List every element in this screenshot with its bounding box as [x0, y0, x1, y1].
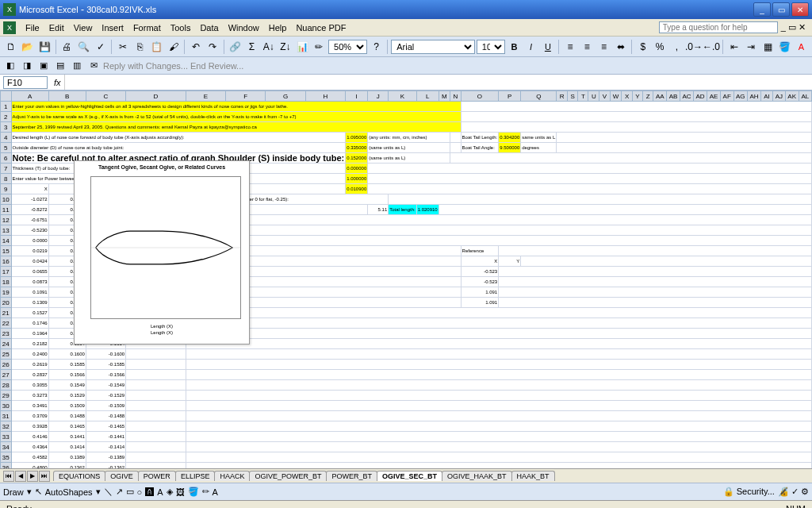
cut-icon[interactable]: ✂ — [115, 39, 130, 55]
font-name-select[interactable]: Arial — [391, 40, 475, 54]
print-icon[interactable]: 🖨 — [59, 39, 75, 55]
hyperlink-icon[interactable]: 🔗 — [228, 39, 243, 55]
worksheet-grid[interactable]: ABCDEFGHIJKLMNOPQRSTUVWXYZAAABACADAEAFAG… — [0, 90, 812, 468]
align-right-icon[interactable]: ≡ — [596, 39, 611, 55]
menu-data[interactable]: Data — [195, 21, 223, 34]
tab-ellipse[interactable]: ELLIPSE — [175, 471, 216, 481]
save-icon[interactable]: 💾 — [36, 39, 52, 55]
close-button[interactable]: ✕ — [791, 2, 809, 17]
currency-icon[interactable]: $ — [635, 39, 650, 55]
autosum-icon[interactable]: Σ — [244, 39, 259, 55]
reply-changes-button[interactable]: Reply with Changes... — [103, 61, 188, 71]
indent-dec-icon[interactable]: ⇤ — [726, 39, 741, 55]
tab-last-icon[interactable]: ⏭ — [39, 471, 50, 482]
open-icon[interactable]: 📂 — [20, 39, 35, 55]
fx-icon[interactable]: fx — [51, 78, 64, 87]
bold-icon[interactable]: B — [507, 39, 522, 55]
align-left-icon[interactable]: ≡ — [562, 39, 577, 55]
comma-icon[interactable]: , — [669, 39, 684, 55]
align-center-icon[interactable]: ≡ — [580, 39, 595, 55]
tab-power[interactable]: POWER — [138, 471, 176, 481]
italic-icon[interactable]: I — [523, 39, 538, 55]
indent-inc-icon[interactable]: ⇥ — [743, 39, 758, 55]
menu-format[interactable]: Format — [128, 21, 166, 34]
tab-next-icon[interactable]: ▶ — [27, 471, 38, 482]
wordart-icon[interactable]: A — [157, 487, 163, 497]
line-icon[interactable]: ＼ — [104, 486, 113, 498]
undo-icon[interactable]: ↶ — [188, 39, 203, 55]
menu-file[interactable]: File — [21, 21, 44, 34]
rev-icon-4[interactable]: ▤ — [53, 59, 67, 73]
menu-nuance[interactable]: Nuance PDF — [291, 21, 350, 34]
merge-icon[interactable]: ⬌ — [613, 39, 628, 55]
drawing-icon[interactable]: ✏ — [312, 39, 327, 55]
clipart-icon[interactable]: 🖼 — [176, 487, 185, 497]
oval-icon[interactable]: ○ — [137, 487, 143, 497]
help-icon[interactable]: ? — [369, 39, 384, 55]
help-search-input[interactable] — [659, 21, 778, 33]
rev-icon-6[interactable]: ✉ — [86, 59, 101, 73]
tab-haack[interactable]: HAACK — [214, 471, 250, 481]
menu-insert[interactable]: Insert — [97, 21, 128, 34]
menu-tools[interactable]: Tools — [166, 21, 196, 34]
arrow-icon[interactable]: ↗ — [116, 487, 123, 497]
inc-decimal-icon[interactable]: .0→ — [686, 39, 702, 55]
menu-view[interactable]: View — [69, 21, 98, 34]
formula-input[interactable] — [64, 75, 812, 90]
dec-decimal-icon[interactable]: ←.0 — [703, 39, 719, 55]
rev-icon-2[interactable]: ◨ — [20, 59, 34, 73]
rev-icon-5[interactable]: ▥ — [70, 59, 84, 73]
font-color-icon[interactable]: A — [794, 39, 809, 55]
sheet-tabs: ⏮ ◀ ▶ ⏭ EQUATIONSOGIVEPOWERELLIPSEHAACKO… — [0, 468, 812, 483]
textbox-icon[interactable]: 🅰 — [145, 487, 154, 497]
tab-ogive[interactable]: OGIVE — [105, 471, 139, 481]
tab-power_bt[interactable]: POWER_BT — [326, 471, 377, 481]
autoshapes-menu[interactable]: AutoShapes — [45, 487, 93, 497]
security-button[interactable]: 🔒 Security... — [723, 487, 775, 497]
minimize-button[interactable]: _ — [753, 2, 771, 17]
font-size-select[interactable]: 10 — [477, 40, 505, 54]
paste-icon[interactable]: 📋 — [149, 39, 164, 55]
tab-ogive_power_bt[interactable]: OGIVE_POWER_BT — [249, 471, 327, 481]
maximize-button[interactable]: ▭ — [772, 2, 790, 17]
rev-icon-1[interactable]: ◧ — [3, 59, 17, 73]
name-box[interactable] — [3, 76, 48, 89]
tab-first-icon[interactable]: ⏮ — [3, 471, 14, 482]
underline-icon[interactable]: U — [540, 39, 555, 55]
spell-icon[interactable]: ✓ — [93, 39, 108, 55]
tab-equations[interactable]: EQUATIONS — [53, 471, 105, 481]
tab-ogive_sec_bt[interactable]: OGIVE_SEC_BT — [377, 471, 442, 481]
diagram-icon[interactable]: ◈ — [167, 487, 173, 497]
copy-icon[interactable]: ⎘ — [132, 39, 147, 55]
draw-menu[interactable]: Draw — [3, 487, 24, 497]
chart-plot-area — [90, 176, 241, 319]
rect-icon[interactable]: ▭ — [126, 487, 134, 497]
percent-icon[interactable]: % — [653, 39, 668, 55]
fill-icon[interactable]: 🪣 — [188, 487, 199, 497]
tab-prev-icon[interactable]: ◀ — [15, 471, 26, 482]
font-color-icon2[interactable]: A — [213, 487, 218, 497]
tab-ogive_haak_bt[interactable]: OGIVE_HAAK_BT — [442, 471, 512, 481]
line-color-icon[interactable]: ✏ — [202, 487, 209, 497]
format-painter-icon[interactable]: 🖌 — [166, 39, 181, 55]
select-icon[interactable]: ↖ — [35, 487, 42, 497]
borders-icon[interactable]: ▦ — [760, 39, 775, 55]
preview-icon[interactable]: 🔍 — [76, 39, 91, 55]
menu-edit[interactable]: Edit — [44, 21, 69, 34]
sort-asc-icon[interactable]: A↓ — [261, 39, 276, 55]
menu-help[interactable]: Help — [264, 21, 292, 34]
chart-title: Tangent Ogive, Secant Ogive, or Related … — [75, 161, 249, 173]
fill-color-icon[interactable]: 🪣 — [777, 39, 792, 55]
status-ready: Ready — [6, 504, 32, 509]
redo-icon[interactable]: ↷ — [205, 39, 220, 55]
chart-icon[interactable]: 📊 — [295, 39, 310, 55]
end-review-button[interactable]: End Review... — [190, 61, 243, 71]
zoom-select[interactable]: 50% — [328, 40, 367, 54]
embedded-chart[interactable]: Tangent Ogive, Secant Ogive, or Related … — [74, 160, 250, 344]
tab-haak_bt[interactable]: HAAK_BT — [511, 471, 555, 481]
new-icon[interactable]: 🗋 — [3, 39, 18, 55]
rev-icon-3[interactable]: ▣ — [36, 59, 51, 73]
excel-doc-icon: X — [3, 21, 16, 34]
menu-window[interactable]: Window — [224, 21, 264, 34]
sort-desc-icon[interactable]: Z↓ — [278, 39, 293, 55]
